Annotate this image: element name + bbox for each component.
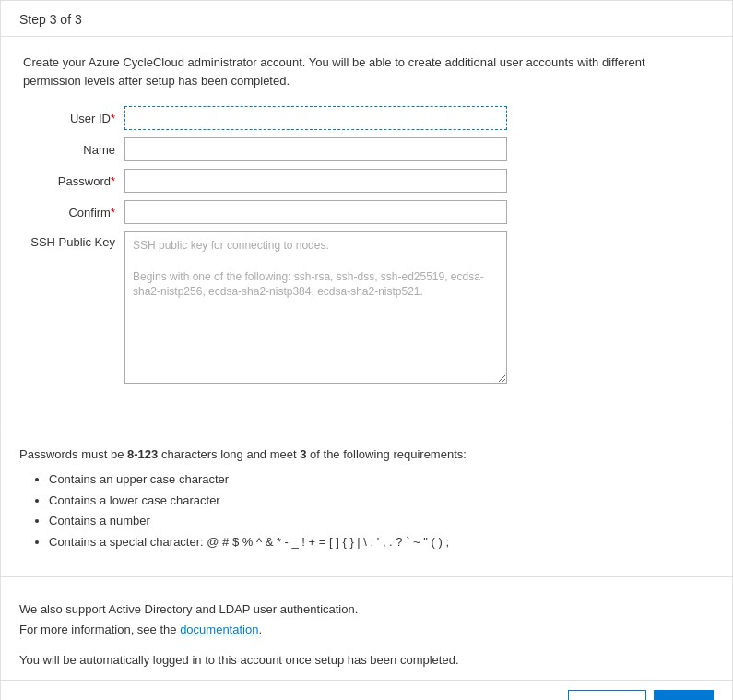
req-lowercase: Contains a lower case character	[49, 492, 714, 511]
confirm-label: Confirm*	[23, 206, 124, 219]
auto-login-text: You will be automatically logged in to t…	[19, 653, 459, 667]
documentation-link[interactable]: documentation	[180, 623, 258, 636]
bold-range: 8-123	[127, 447, 158, 461]
confirm-row: Confirm*	[23, 200, 710, 224]
ssh-row: SSH Public Key	[23, 231, 710, 384]
confirm-input[interactable]	[124, 200, 507, 224]
req-number: Contains a number	[49, 512, 714, 531]
form-section: User ID* Name Password* Confirm*	[23, 106, 710, 384]
password-row: Password*	[23, 169, 710, 193]
name-input[interactable]	[124, 137, 507, 161]
done-button[interactable]: Done	[654, 690, 714, 700]
user-id-row: User ID*	[23, 106, 710, 130]
req-uppercase: Contains an upper case character	[49, 470, 714, 490]
step-title: Step 3 of 3	[19, 12, 82, 27]
password-label: Password*	[23, 174, 124, 188]
password-input[interactable]	[124, 169, 507, 193]
user-id-label: User ID*	[23, 112, 124, 125]
footer-buttons: Previous Done	[1, 680, 732, 700]
password-requirements: Passwords must be 8-123 characters long …	[1, 434, 732, 564]
name-row: Name	[23, 137, 710, 161]
divider-2	[1, 576, 732, 577]
bold-count: 3	[300, 447, 306, 461]
ldap-line2: For more information, see the documentat…	[19, 620, 714, 640]
auto-login-note: You will be automatically logged in to t…	[1, 649, 732, 680]
ldap-line1: We also support Active Directory and LDA…	[19, 599, 714, 620]
page-container: Step 3 of 3 Create your Azure CycleCloud…	[0, 0, 733, 700]
requirements-list: Contains an upper case character Contain…	[49, 470, 714, 552]
step-header: Step 3 of 3	[1, 1, 732, 37]
main-content: Create your Azure CycleCloud administrat…	[1, 37, 732, 408]
ssh-label: SSH Public Key	[23, 231, 124, 249]
ldap-section: We also support Active Directory and LDA…	[1, 590, 732, 649]
password-req-intro: Passwords must be 8-123 characters long …	[19, 445, 714, 465]
description-text: Create your Azure CycleCloud administrat…	[23, 53, 687, 89]
previous-button[interactable]: Previous	[568, 690, 646, 700]
ssh-textarea[interactable]	[124, 231, 507, 384]
req-special: Contains a special character: @ # $ % ^ …	[49, 533, 714, 552]
name-label: Name	[23, 143, 124, 157]
confirm-required: *	[111, 206, 115, 219]
password-required: *	[111, 174, 115, 188]
user-id-input[interactable]	[124, 106, 507, 130]
user-id-required: *	[111, 112, 115, 125]
ldap-suffix: .	[258, 623, 262, 636]
ldap-prefix: For more information, see the	[19, 623, 180, 636]
divider-1	[1, 421, 732, 421]
